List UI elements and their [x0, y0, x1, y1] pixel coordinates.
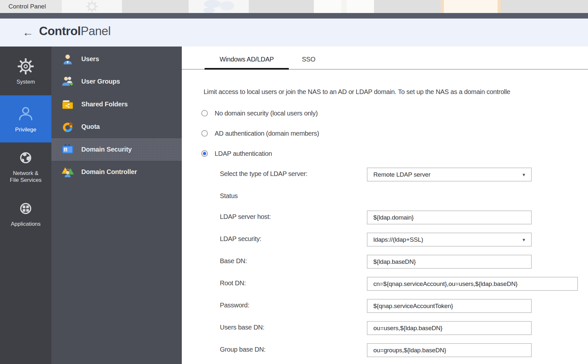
app-preview-light[interactable] [314, 0, 374, 13]
ldap-server-type-select[interactable]: Remote LDAP server ▼ [367, 168, 532, 182]
menu-item-label: Domain Controller [81, 168, 137, 176]
ldap-security-select[interactable]: ldaps://(ldap+SSL) ▼ [367, 233, 532, 247]
app-preview-blue[interactable] [189, 0, 249, 13]
sidebar-item-privilege[interactable]: Privilege [0, 95, 51, 142]
app-preview-gear[interactable] [62, 0, 122, 13]
sidebar-item-system[interactable]: System [0, 48, 51, 95]
users-base-dn-input[interactable] [367, 321, 532, 335]
taskbar-strip: Control Panel [0, 0, 588, 13]
menu-item-user-groups[interactable]: User Groups [51, 70, 182, 93]
menu-item-domain-controller[interactable]: Domain Controller [51, 161, 182, 183]
privilege-menu: Users User Groups [51, 47, 182, 364]
slate-divider-bar [0, 13, 588, 19]
menu-item-domain-security[interactable]: Domain Security [51, 138, 182, 161]
radio-ad-authentication[interactable]: AD authentication (domain members) [201, 128, 319, 138]
menu-item-shared-folders[interactable]: Shared Folders [51, 93, 182, 115]
root-dn-input[interactable] [367, 277, 578, 291]
menu-item-label: Users [81, 55, 99, 63]
ldap-server-type-label: Select the type of LDAP server: [220, 170, 307, 178]
globe-icon [17, 149, 34, 166]
apps-grid-icon [17, 200, 34, 217]
page-title: ControlPanel [39, 24, 111, 38]
radio-no-domain-security[interactable]: No domain security (local users only) [201, 108, 318, 118]
faded-gear-icon [86, 0, 99, 13]
radio-selected-icon [201, 150, 208, 157]
shared-folders-icon [61, 98, 74, 111]
menu-item-label: Shared Folders [81, 101, 128, 108]
ldap-server-type-value: Remote LDAP server [373, 171, 431, 178]
base-dn-input[interactable] [367, 255, 532, 269]
tab-sso[interactable]: SSO [296, 56, 322, 67]
control-panel-window: Control Panel [0, 0, 588, 364]
password-input[interactable] [367, 299, 532, 313]
radio-label: No domain security (local users only) [215, 110, 318, 117]
base-dn-label: Base DN: [220, 257, 247, 265]
faded-light-shape-icon [334, 0, 354, 13]
radio-label: AD authentication (domain members) [215, 130, 319, 137]
password-label: Password: [220, 302, 249, 309]
radio-label: LDAP authentication [215, 150, 272, 157]
domain-controller-icon [61, 166, 74, 179]
sidebar-item-label: Privilege [15, 126, 36, 133]
app-header: ← ControlPanel [0, 19, 588, 47]
sidebar-item-label-line1: Network & [10, 170, 41, 177]
group-base-dn-label: Group base DN: [220, 346, 265, 353]
users-base-dn-label: Users base DN: [220, 324, 264, 331]
tab-windows-ad-ldap[interactable]: Windows AD/LDAP [205, 56, 289, 67]
users-icon [61, 53, 74, 66]
menu-item-label: User Groups [81, 78, 120, 85]
category-sidebar: System Privilege Network & File Services [0, 47, 51, 364]
sidebar-item-label: Applications [11, 221, 41, 227]
app-preview-orange[interactable] [441, 0, 501, 13]
taskbar-tab-control-panel[interactable]: Control Panel [0, 0, 62, 13]
radio-ldap-authentication[interactable]: LDAP authentication [201, 149, 272, 158]
menu-item-label: Domain Security [81, 146, 132, 153]
main-content: Windows AD/LDAP SSO Limit access to loca… [182, 47, 588, 364]
sidebar-item-label: System [17, 78, 35, 85]
active-tab-underline [205, 68, 289, 70]
quota-icon [61, 120, 74, 133]
radio-icon [201, 130, 208, 137]
user-groups-icon [61, 75, 74, 88]
chevron-down-icon: ▼ [522, 172, 526, 177]
faded-blue-shapes-icon [199, 0, 238, 13]
sidebar-item-network-file-services[interactable]: Network & File Services [0, 142, 51, 190]
ldap-security-label: LDAP security: [220, 235, 261, 243]
ldap-security-value: ldaps://(ldap+SSL) [373, 236, 423, 243]
menu-item-label: Quota [81, 123, 100, 130]
user-icon [17, 105, 34, 123]
menu-item-quota[interactable]: Quota [51, 115, 182, 138]
domain-security-description: Limit access to local users or join the … [204, 88, 588, 96]
sidebar-item-label-line2: File Services [10, 177, 41, 183]
ldap-server-host-label: LDAP server host: [220, 213, 271, 221]
group-base-dn-input[interactable] [367, 343, 532, 357]
status-label: Status [220, 192, 238, 200]
page-title-light: Panel [81, 24, 111, 38]
page-title-bold: Control [39, 24, 81, 38]
ldap-server-host-input[interactable] [367, 210, 532, 224]
domain-security-icon [61, 143, 74, 156]
sidebar-item-label: Network & File Services [10, 170, 41, 183]
back-button[interactable]: ← [21, 24, 35, 40]
gear-icon [17, 58, 34, 75]
root-dn-label: Root DN: [220, 279, 246, 287]
sidebar-item-applications[interactable]: Applications [0, 190, 51, 237]
menu-item-users[interactable]: Users [51, 48, 182, 70]
chevron-down-icon: ▼ [522, 237, 526, 242]
back-arrow-icon: ← [22, 26, 33, 39]
radio-icon [201, 110, 208, 116]
